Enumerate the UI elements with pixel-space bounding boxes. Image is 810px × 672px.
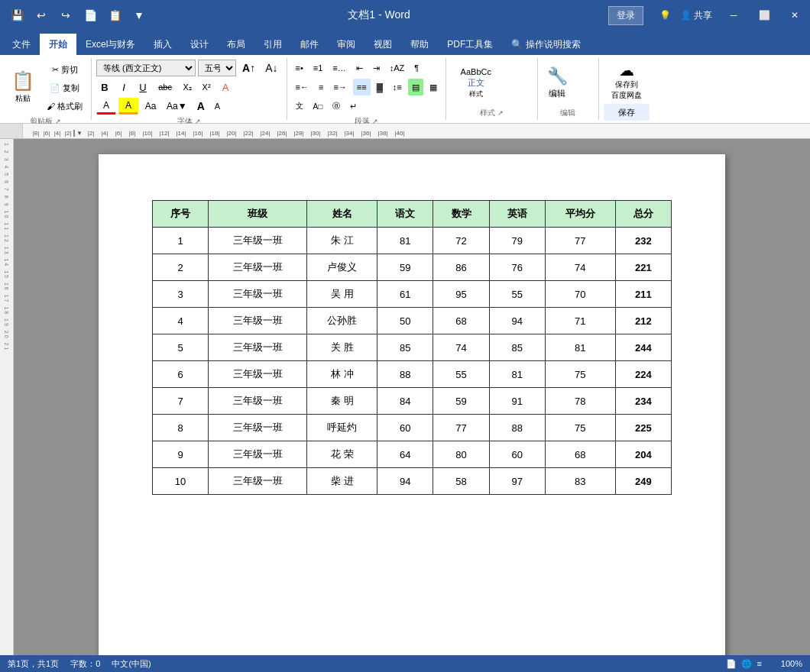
tab-layout[interactable]: 布局: [218, 34, 254, 55]
list-bullet-button[interactable]: ≡•: [292, 60, 307, 76]
strikethrough-button[interactable]: abc: [154, 79, 177, 95]
decrease-indent-button[interactable]: ⇤: [352, 60, 367, 76]
table-cell: 59: [377, 254, 433, 281]
tab-references[interactable]: 引用: [254, 34, 291, 55]
page-wrapper[interactable]: 序号 班级 姓名 语文 数学 英语 平均分 总分 1三年级一班朱 江817279…: [14, 139, 810, 655]
align-right-button[interactable]: ≡→: [329, 79, 350, 95]
tab-view[interactable]: 视图: [364, 34, 401, 55]
help-icon[interactable]: 💡: [650, 0, 680, 31]
table-cell: 97: [489, 468, 545, 495]
format-painter-button[interactable]: 🖌 格式刷: [43, 98, 86, 115]
tab-excel[interactable]: Excel与财务: [76, 34, 144, 55]
open-doc-icon[interactable]: 📋: [104, 5, 125, 26]
save-quick-icon[interactable]: 💾: [6, 5, 28, 26]
cut-button[interactable]: ✂ 剪切: [43, 61, 86, 78]
char-scale-button[interactable]: ⓐ: [329, 98, 344, 115]
tab-design[interactable]: 设计: [181, 34, 218, 55]
show-marks-button[interactable]: ¶: [410, 60, 423, 76]
baidu-save-button[interactable]: ☁ 保存到百度网盘: [604, 60, 649, 102]
col-math: 数学: [433, 201, 489, 228]
new-doc-icon[interactable]: 📄: [79, 5, 101, 26]
tab-search[interactable]: 🔍 操作说明搜索: [502, 34, 594, 55]
highlight-button[interactable]: A: [118, 98, 138, 115]
outline-view-icon[interactable]: ≡: [757, 659, 761, 669]
table-row: 8三年级一班呼延灼60778875225: [153, 415, 672, 441]
editing-button[interactable]: 🔧 编辑: [543, 62, 572, 105]
table-cell: 4: [153, 308, 209, 334]
undo-icon[interactable]: ↩: [31, 5, 52, 26]
tab-insert[interactable]: 插入: [144, 34, 181, 55]
styles-gallery-button[interactable]: AaBbCc正文 样式: [451, 62, 501, 105]
subscript-button[interactable]: X₂: [179, 79, 196, 95]
save-button[interactable]: 保存: [604, 104, 650, 121]
col-name: 姓名: [307, 201, 377, 228]
expand-qa-icon[interactable]: ▼: [128, 5, 150, 26]
table-row: 5三年级一班关 胜85748581244: [153, 334, 672, 361]
tab-mail[interactable]: 邮件: [291, 34, 328, 55]
align-justify-button[interactable]: ≡≡: [353, 79, 371, 95]
copy-button[interactable]: 📄 复制: [43, 79, 86, 96]
styles-expand[interactable]: ↗: [497, 109, 504, 117]
font-grow-button[interactable]: A: [193, 98, 209, 115]
tab-file[interactable]: 文件: [3, 34, 40, 55]
table-cell: 95: [433, 281, 489, 308]
line-spacing-button[interactable]: ↕≡: [389, 79, 406, 95]
minimize-button[interactable]: ─: [718, 0, 749, 31]
font-color-button[interactable]: A: [96, 98, 116, 115]
column-button[interactable]: ▓: [373, 79, 387, 95]
col-english: 英语: [489, 201, 545, 228]
superscript-button[interactable]: X²: [198, 79, 215, 95]
font-settings-button[interactable]: Aa▼: [163, 98, 191, 115]
table-row: 3三年级一班吴 用61955570211: [153, 281, 672, 308]
tab-pdf[interactable]: PDF工具集: [438, 34, 502, 55]
font-shrink-button[interactable]: A: [211, 98, 224, 115]
tab-home[interactable]: 开始: [40, 34, 76, 55]
ruby-button[interactable]: 文: [292, 98, 307, 115]
paste-button[interactable]: 📋 粘贴: [5, 67, 41, 107]
web-view-icon[interactable]: 🌐: [741, 659, 752, 669]
share-button[interactable]: 👤共享: [680, 9, 712, 22]
clear-format-button[interactable]: A: [217, 79, 234, 95]
document-page[interactable]: 序号 班级 姓名 语文 数学 英语 平均分 总分 1三年级一班朱 江817279…: [99, 154, 725, 655]
table-cell: 221: [615, 254, 671, 281]
table-cell: 244: [615, 334, 671, 361]
table-cell: 80: [433, 441, 489, 468]
sort-button[interactable]: ↕AZ: [386, 60, 409, 76]
list-number-button[interactable]: ≡1: [309, 60, 327, 76]
italic-button[interactable]: I: [115, 79, 132, 95]
font-size-down-button[interactable]: A↓: [261, 60, 281, 76]
align-center-button[interactable]: ≡: [315, 79, 327, 95]
table-cell: 60: [377, 415, 433, 441]
col-class: 班级: [209, 201, 307, 228]
table-cell: 花 荣: [307, 441, 377, 468]
underline-button[interactable]: U: [134, 79, 151, 95]
table-cell: 72: [433, 228, 489, 254]
shading-button[interactable]: ▤: [408, 79, 423, 95]
bold-button[interactable]: B: [96, 79, 113, 95]
tab-help[interactable]: 帮助: [401, 34, 438, 55]
table-cell: 61: [377, 281, 433, 308]
font-size-select[interactable]: 五号: [198, 60, 236, 76]
align-left-button[interactable]: ≡←: [292, 79, 313, 95]
view-icons[interactable]: 📄 🌐 ≡: [726, 659, 761, 669]
clipboard-group: 📋 粘贴 ✂ 剪切 📄 复制 🖌 格式刷 剪贴板 ↗: [0, 58, 92, 120]
restore-button[interactable]: ⬜: [749, 0, 779, 31]
font-family-select[interactable]: 等线 (西文正文): [96, 60, 196, 76]
tab-review[interactable]: 审阅: [328, 34, 364, 55]
redo-icon[interactable]: ↪: [55, 5, 76, 26]
close-button[interactable]: ✕: [779, 0, 810, 31]
paragraph-mark-button[interactable]: ↵: [346, 98, 361, 115]
print-view-icon[interactable]: 📄: [726, 659, 737, 669]
zoom-control[interactable]: 100%: [781, 659, 802, 668]
ruler-container: |8| |6| |4| |2| ▼ |2| |4| |6| |8| |10| |…: [0, 124, 810, 139]
login-button[interactable]: 登录: [608, 6, 643, 25]
increase-indent-button[interactable]: ⇥: [369, 60, 384, 76]
char-shading-button[interactable]: Aa: [141, 98, 160, 115]
table-cell: 212: [615, 308, 671, 334]
font-size-up-button[interactable]: A↑: [238, 60, 259, 76]
table-cell: 秦 明: [307, 388, 377, 415]
col-total: 总分: [615, 201, 671, 228]
char-border-button[interactable]: A□: [309, 98, 327, 115]
border-button[interactable]: ▦: [426, 79, 441, 95]
list-multilevel-button[interactable]: ≡…: [329, 60, 349, 76]
